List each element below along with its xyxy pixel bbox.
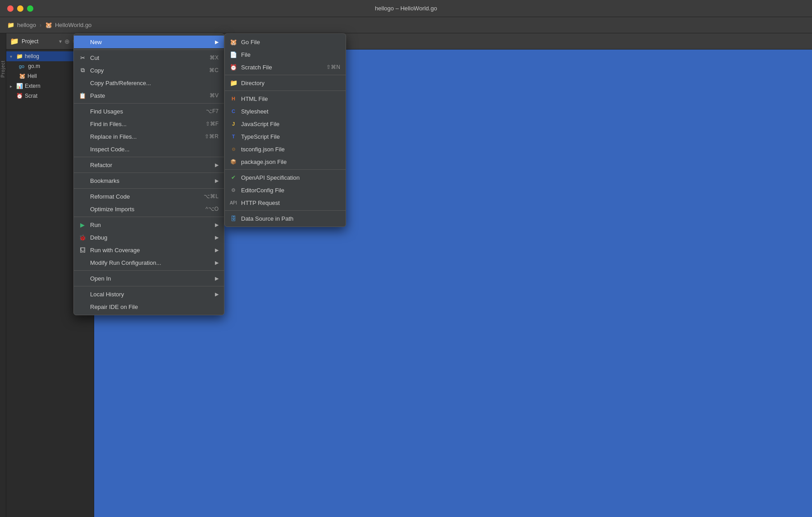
menu-item-copy[interactable]: ⧉ Copy ⌘C: [74, 64, 224, 77]
submenu-item-javascript-file[interactable]: J JavaScript File: [225, 118, 346, 130]
submenu-arrow-icon: ▶: [215, 247, 219, 253]
js-icon: J: [229, 121, 237, 127]
breadcrumb-separator: ›: [40, 22, 41, 28]
menu-label: Reformat Code: [90, 193, 200, 200]
context-menu: New ▶ ✂ Cut ⌘X ⧉ Copy ⌘C Copy Path/Refer…: [73, 33, 224, 315]
menu-label: tsconfig.json File: [241, 146, 340, 153]
paste-icon: 📋: [78, 92, 87, 99]
menu-label: Debug: [90, 234, 210, 241]
menu-item-inspect-code[interactable]: Inspect Code...: [74, 143, 224, 155]
menu-item-debug[interactable]: 🐞 Debug ▶: [74, 231, 224, 244]
window-controls[interactable]: [7, 5, 33, 12]
menu-label: OpenAPI Specification: [241, 174, 340, 181]
cut-icon: ✂: [78, 54, 87, 61]
submenu-item-stylesheet[interactable]: C Stylesheet: [225, 105, 346, 118]
menu-item-new[interactable]: New ▶: [74, 36, 224, 48]
menu-item-paste[interactable]: 📋 Paste ⌘V: [74, 89, 224, 102]
menu-item-cut[interactable]: ✂ Cut ⌘X: [74, 51, 224, 64]
shortcut-label: ⌘C: [209, 67, 219, 73]
menu-divider: [74, 103, 224, 104]
css-icon: C: [229, 109, 237, 114]
submenu-arrow-icon: ▶: [215, 235, 219, 240]
menu-divider: [225, 91, 346, 91]
menu-item-run-with-coverage[interactable]: ⛾ Run with Coverage ▶: [74, 244, 224, 256]
go-file-icon: 🐹: [19, 73, 26, 79]
submenu-item-go-file[interactable]: 🐹 Go File: [225, 36, 346, 48]
submenu-item-scratch-file[interactable]: ⏰ Scratch File ⇧⌘N: [225, 61, 346, 73]
menu-label: Optimize Imports: [90, 206, 202, 213]
breadcrumb-project[interactable]: 📁 hellogo: [7, 22, 36, 28]
submenu-arrow-icon: ▶: [215, 39, 219, 45]
menu-item-bookmarks[interactable]: Bookmarks ▶: [74, 174, 224, 187]
menu-label: Cut: [90, 54, 206, 61]
submenu-arrow-icon: ▶: [215, 222, 219, 228]
go-file-icon: 🐹: [229, 39, 237, 45]
scratch-file-icon: ⏰: [229, 64, 237, 71]
external-icon: 📊: [16, 83, 23, 89]
menu-label: Refactor: [90, 162, 210, 168]
menu-label: Find Usages: [90, 108, 202, 115]
breadcrumb-file[interactable]: 🐹 HelloWorld.go: [45, 22, 91, 28]
shortcut-label: ^⌥O: [205, 206, 219, 212]
submenu-arrow-icon: ▶: [215, 162, 219, 168]
folder-icon: 📁: [7, 22, 14, 28]
submenu-item-editorconfig[interactable]: ⚙ EditorConfig File: [225, 184, 346, 196]
menu-label: Replace in Files...: [90, 133, 201, 140]
copy-icon: ⧉: [78, 67, 87, 74]
submenu-new: 🐹 Go File 📄 File ⏰ Scratch File ⇧⌘N 📁 Di…: [224, 33, 346, 227]
project-panel-title: Project: [22, 38, 56, 45]
scratch-icon: ⏰: [16, 93, 23, 99]
editorconfig-icon: ⚙: [229, 187, 237, 193]
menu-label: File: [241, 51, 340, 58]
submenu-item-data-source[interactable]: 🗄 Data Source in Path: [225, 212, 346, 225]
submenu-item-package-json[interactable]: 📦 package.json File: [225, 155, 346, 168]
menu-item-local-history[interactable]: Local History ▶: [74, 288, 224, 300]
menu-item-copy-path[interactable]: Copy Path/Reference...: [74, 77, 224, 89]
submenu-item-file[interactable]: 📄 File: [225, 48, 346, 61]
menu-item-open-in[interactable]: Open In ▶: [74, 272, 224, 285]
menu-item-replace-in-files[interactable]: Replace in Files... ⇧⌘R: [74, 130, 224, 143]
expand-arrow: ▸: [10, 84, 14, 89]
menu-item-refactor[interactable]: Refactor ▶: [74, 159, 224, 171]
menu-item-find-usages[interactable]: Find Usages ⌥F7: [74, 105, 224, 118]
menu-item-reformat-code[interactable]: Reformat Code ⌥⌘L: [74, 190, 224, 203]
menu-label: package.json File: [241, 159, 340, 165]
shortcut-label: ⌥F7: [206, 108, 219, 114]
submenu-arrow-icon: ▶: [215, 178, 219, 184]
minimize-button[interactable]: [17, 5, 23, 12]
menu-item-modify-run[interactable]: Modify Run Configuration... ▶: [74, 256, 224, 269]
menu-item-optimize-imports[interactable]: Optimize Imports ^⌥O: [74, 203, 224, 215]
menu-item-find-in-files[interactable]: Find in Files... ⇧⌘F: [74, 118, 224, 130]
menu-label: Find in Files...: [90, 121, 202, 127]
menu-label: Local History: [90, 291, 210, 298]
maximize-button[interactable]: [27, 5, 33, 12]
menu-label: Go File: [241, 39, 340, 45]
shortcut-label: ⌘V: [210, 92, 219, 99]
menu-divider: [225, 210, 346, 211]
chevron-down-icon[interactable]: ▾: [59, 38, 62, 45]
menu-item-run[interactable]: ▶ Run ▶: [74, 218, 224, 231]
submenu-item-html-file[interactable]: H HTML File: [225, 92, 346, 105]
menu-label: Scratch File: [241, 64, 323, 71]
submenu-item-openapi[interactable]: ✔ OpenAPI Specification: [225, 171, 346, 184]
ts-icon: T: [229, 134, 237, 139]
submenu-item-http-request[interactable]: API HTTP Request: [225, 196, 346, 209]
add-icon[interactable]: ⊕: [64, 38, 70, 45]
shortcut-label: ⌥⌘L: [204, 193, 219, 200]
openapi-icon: ✔: [229, 174, 237, 181]
package-json-icon: 📦: [229, 159, 237, 165]
submenu-arrow-icon: ▶: [215, 260, 219, 266]
menu-item-repair-ide[interactable]: Repair IDE on File: [74, 300, 224, 313]
sidebar-strip: Project: [0, 33, 6, 517]
menu-divider: [74, 188, 224, 189]
menu-label: Open In: [90, 275, 210, 282]
submenu-item-typescript-file[interactable]: T TypeScript File: [225, 130, 346, 143]
go-file-icon: 🐹: [45, 22, 52, 28]
menu-divider: [74, 217, 224, 217]
menu-label: TypeScript File: [241, 133, 340, 140]
close-button[interactable]: [7, 5, 14, 12]
menu-label: HTTP Request: [241, 200, 340, 206]
submenu-item-tsconfig[interactable]: ⚙ tsconfig.json File: [225, 143, 346, 155]
submenu-item-directory[interactable]: 📁 Directory: [225, 77, 346, 89]
menu-label: Paste: [90, 92, 206, 99]
